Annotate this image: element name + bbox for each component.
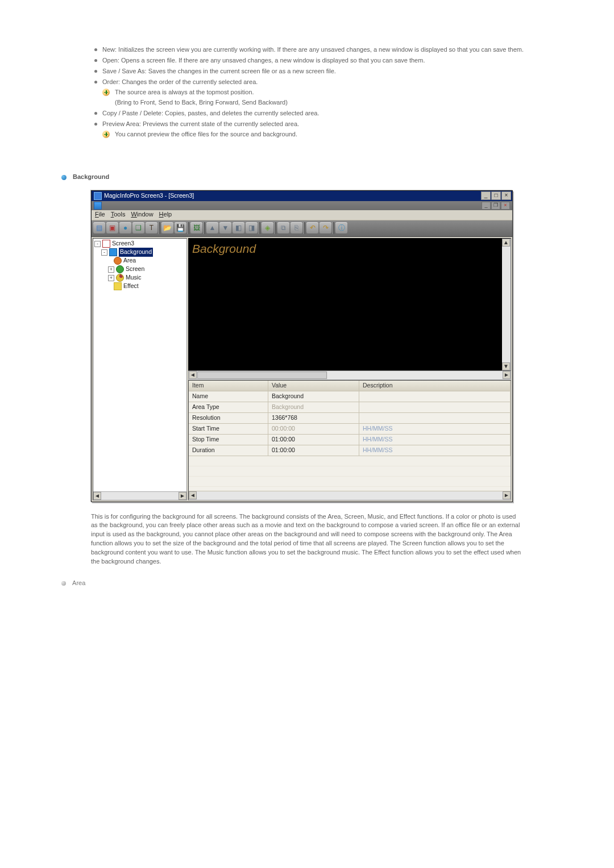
sub-list-text: (Bring to Front, Send to Back, Bring For…: [115, 99, 288, 106]
backward-icon[interactable]: ◨: [246, 222, 258, 234]
front-icon[interactable]: ▲: [206, 222, 218, 234]
scroll-right-icon[interactable]: ►: [503, 371, 511, 379]
toolbar-separator: [333, 222, 334, 234]
canvas-v-scrollbar[interactable]: ▲ ▼: [502, 239, 511, 370]
scroll-left-icon[interactable]: ◄: [189, 491, 197, 499]
preview-icon[interactable]: ◈: [262, 222, 273, 234]
collapse-icon[interactable]: -: [94, 241, 101, 247]
scroll-right-icon[interactable]: ►: [179, 492, 186, 500]
music-node-icon: [116, 274, 124, 282]
sub-list-item: The source area is always at the topmost…: [102, 88, 557, 97]
toolbar-separator: [304, 222, 305, 234]
work-area: - Screen3 - Background Area + Screen: [92, 237, 512, 502]
menu-item[interactable]: Help: [159, 210, 172, 219]
window-title: MagicInfoPro Screen3 - [Screen3]: [104, 191, 194, 200]
scroll-left-icon[interactable]: ◄: [93, 492, 101, 500]
area-node-icon: [114, 257, 122, 265]
text-icon[interactable]: T: [146, 222, 157, 234]
tree-node-background[interactable]: Background: [119, 248, 153, 256]
screen-node-icon: [102, 240, 110, 248]
open-icon-glyph: 📂: [163, 223, 172, 233]
globe-icon-glyph: ●: [123, 223, 127, 233]
forward-icon-glyph: ◧: [235, 223, 242, 233]
scroll-up-icon[interactable]: ▲: [502, 239, 510, 247]
cell-value[interactable]: 00:00:00: [268, 424, 359, 435]
redo-icon[interactable]: ↷: [320, 222, 331, 234]
collapse-icon[interactable]: -: [101, 249, 107, 256]
expand-icon[interactable]: +: [108, 266, 114, 273]
info-icon[interactable]: ⓘ: [335, 222, 347, 234]
bullet-icon: [61, 581, 66, 586]
back-icon[interactable]: ▼: [219, 222, 231, 234]
cell-value[interactable]: 1366*768: [268, 413, 359, 424]
section-title: Background: [73, 174, 109, 181]
screen-icon-glyph: ▣: [109, 223, 115, 233]
cell-value[interactable]: 01:00:00: [268, 435, 359, 445]
cell-value[interactable]: Background: [268, 391, 359, 402]
col-value: Value: [268, 381, 359, 391]
globe-icon[interactable]: ●: [119, 222, 131, 234]
menu-item[interactable]: Tools: [111, 210, 126, 219]
forward-icon[interactable]: ◧: [233, 222, 244, 234]
save-icon-glyph: 💾: [176, 223, 185, 233]
scroll-left-icon[interactable]: ◄: [189, 371, 197, 379]
table-row[interactable]: Start Time00:00:00HH/MM/SS: [189, 424, 511, 435]
tree-node-screen[interactable]: Screen: [126, 265, 144, 273]
table-row[interactable]: Resolution1366*768: [189, 413, 511, 424]
menu-item[interactable]: Window: [131, 210, 153, 219]
table-row[interactable]: Duration01:00:00HH/MM/SS: [189, 445, 511, 456]
maximize-button[interactable]: □: [491, 191, 501, 200]
sub-list-text: You cannot preview the office files for …: [115, 131, 297, 137]
canvas[interactable]: Background ▲ ▼: [188, 238, 511, 371]
list-item-text: Copy / Paste / Delete: Copies, pastes, a…: [102, 110, 320, 116]
canvas-h-scrollbar[interactable]: ◄ ►: [188, 371, 511, 380]
cell-item: Duration: [189, 445, 268, 456]
tree-node-music[interactable]: Music: [126, 273, 141, 282]
cell-description: [359, 402, 511, 413]
background-node-icon: [109, 248, 117, 256]
tree-node-effect[interactable]: Effect: [123, 282, 139, 290]
scroll-down-icon[interactable]: ▼: [502, 362, 510, 370]
col-description: Description: [359, 381, 511, 391]
menu-bar: FileToolsWindowHelp: [92, 210, 512, 220]
menu-item[interactable]: File: [95, 210, 105, 219]
cell-value[interactable]: Background: [268, 402, 359, 413]
section-header: Background: [61, 173, 557, 182]
list-item: Order: Changes the order of the currentl…: [91, 78, 557, 107]
title-bar: MagicInfoPro Screen3 - [Screen3] _ □ ×: [92, 191, 512, 201]
list-item: New: Initializes the screen view you are…: [91, 45, 557, 55]
new-icon[interactable]: ▤: [93, 222, 105, 234]
copy-icon[interactable]: ⧉: [277, 222, 289, 234]
copy-icon-glyph: ⧉: [281, 223, 286, 233]
tree-node-area[interactable]: Area: [123, 256, 136, 265]
mdi-minimize-button[interactable]: _: [482, 202, 491, 210]
info-icon-glyph: ⓘ: [338, 223, 345, 233]
cell-item: Stop Time: [189, 435, 268, 445]
tree-h-scrollbar[interactable]: ◄ ►: [93, 491, 186, 500]
plus-icon: [102, 89, 110, 96]
screen-icon[interactable]: ▣: [106, 222, 118, 234]
picture-icon-glyph: 🖼: [193, 223, 200, 233]
sub-list-text: The source area is always at the topmost…: [115, 89, 254, 95]
table-row[interactable]: Area TypeBackground: [189, 402, 511, 413]
open-icon[interactable]: 📂: [161, 222, 173, 234]
minimize-button[interactable]: _: [481, 191, 491, 200]
table-row[interactable]: NameBackground: [189, 391, 511, 402]
cell-value[interactable]: 01:00:00: [268, 445, 359, 456]
table-row[interactable]: Stop Time01:00:00HH/MM/SS: [189, 435, 511, 445]
grid-h-scrollbar[interactable]: ◄ ►: [189, 491, 511, 500]
app-icon: [94, 192, 102, 200]
undo-icon[interactable]: ↶: [306, 222, 318, 234]
tree-node-root[interactable]: Screen3: [112, 239, 134, 248]
puzzle-icon[interactable]: ❑: [132, 222, 144, 234]
expand-icon[interactable]: +: [108, 275, 114, 281]
close-button[interactable]: ×: [501, 191, 511, 200]
paste-icon[interactable]: ⎘: [291, 222, 302, 234]
mdi-restore-button[interactable]: ❐: [491, 202, 500, 210]
save-icon[interactable]: 💾: [175, 222, 186, 234]
scroll-thumb[interactable]: [197, 372, 327, 379]
cell-description: HH/MM/SS: [359, 445, 511, 456]
picture-icon[interactable]: 🖼: [190, 222, 202, 234]
mdi-close-button[interactable]: ×: [501, 202, 510, 210]
scroll-right-icon[interactable]: ►: [503, 491, 511, 499]
